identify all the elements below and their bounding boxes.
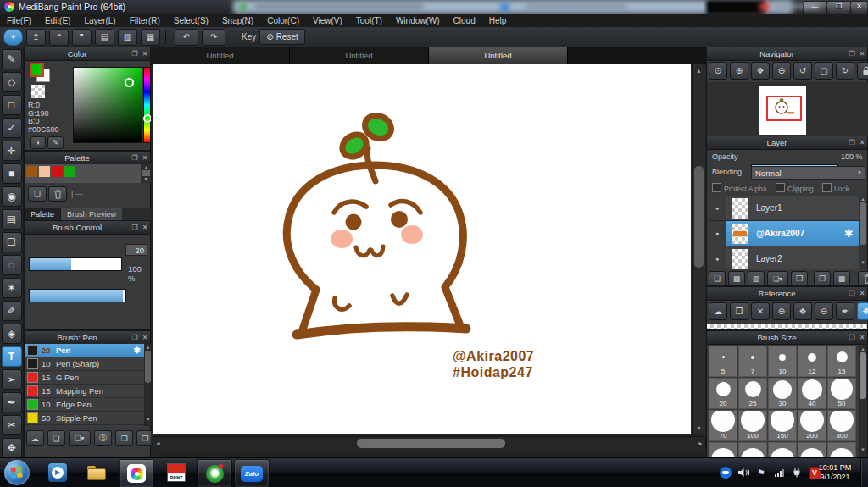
canvas-vscrollbar[interactable]: ▲ ▼ xyxy=(692,64,705,434)
eraser-tool-icon[interactable]: ◇ xyxy=(2,72,22,92)
lock-icon[interactable] xyxy=(857,62,868,80)
blending-dropdown[interactable]: Normal ▼ xyxy=(751,166,865,180)
brush-size-option[interactable]: 40 xyxy=(798,378,826,409)
duplicate-layer-icon[interactable]: ❐ xyxy=(814,271,831,286)
popout-icon[interactable]: ❐ xyxy=(847,139,857,147)
hue-bar[interactable] xyxy=(143,67,151,143)
reference-zoom-in-icon[interactable]: ⊕ xyxy=(772,302,791,320)
zoom-out-icon[interactable]: ⊖ xyxy=(772,62,791,80)
palette-swatch[interactable] xyxy=(26,166,37,177)
popout-icon[interactable]: ❐ xyxy=(130,50,140,58)
delete-palette-color-icon[interactable] xyxy=(48,186,67,202)
brush-size-option[interactable]: 300 xyxy=(827,410,856,441)
rotate-left-icon[interactable]: ↺ xyxy=(793,62,812,80)
clipping-checkbox[interactable]: Clipping xyxy=(776,185,814,193)
brush-size-option[interactable]: 200 xyxy=(798,410,826,441)
cloud-paint-icon[interactable]: ✦ xyxy=(3,29,23,46)
taskbar-jumppaint-button[interactable]: PAINT xyxy=(159,459,193,486)
brush-size-option[interactable]: 70 xyxy=(709,410,737,441)
brush-size-option[interactable] xyxy=(827,442,856,457)
taskbar-clock[interactable]: 10:01 PM 9/1/2021 xyxy=(814,463,856,482)
menu-view[interactable]: View(V) xyxy=(306,14,349,27)
divide-tool-icon[interactable]: ✂ xyxy=(2,415,22,435)
saturation-value-picker[interactable] xyxy=(73,67,142,143)
brush-size-option[interactable]: 150 xyxy=(768,410,797,441)
scroll-thumb[interactable] xyxy=(860,202,866,245)
brush-row-edge-pen[interactable]: 10 Edge Pen xyxy=(25,398,144,412)
brush-size-option[interactable]: 20 xyxy=(709,378,737,409)
canvas-hscrollbar[interactable]: ◄ ► xyxy=(153,436,706,451)
close-icon[interactable]: ✕ xyxy=(140,50,150,58)
gradient-tool-icon[interactable]: ▤ xyxy=(2,209,22,230)
brush-size-option[interactable] xyxy=(738,442,767,457)
figure-tool-icon[interactable]: □ xyxy=(2,95,22,115)
scroll-up-icon[interactable]: ▲ xyxy=(859,346,867,352)
add-brush-icon[interactable]: ❏▾ xyxy=(69,430,91,446)
bucket-tool-icon[interactable]: ◉ xyxy=(2,186,22,207)
scroll-thumb[interactable] xyxy=(142,170,150,176)
brush-size-option[interactable]: 15 xyxy=(827,346,856,377)
reference-close-icon[interactable]: ✕ xyxy=(751,302,770,320)
menu-color[interactable]: Color(C) xyxy=(260,14,306,27)
redo-button[interactable]: ↷ xyxy=(202,29,225,46)
canvas[interactable]: @Akira2007 #Hoidap247 xyxy=(153,64,691,434)
close-icon[interactable]: ✕ xyxy=(140,334,150,341)
close-icon[interactable]: ✕ xyxy=(857,139,867,147)
tab-untitled-2[interactable]: Untitled xyxy=(290,47,429,64)
palette-swatch[interactable] xyxy=(64,166,75,177)
tray-zalo-icon[interactable] xyxy=(719,466,732,479)
palette-swatch[interactable] xyxy=(52,166,63,177)
scroll-up-icon[interactable]: ▲ xyxy=(859,196,867,202)
popout-icon[interactable]: ❐ xyxy=(130,224,140,231)
reference-fit-icon[interactable]: ❖ xyxy=(793,302,812,320)
popout-icon[interactable]: ❐ xyxy=(847,50,857,58)
tray-network-icon[interactable] xyxy=(772,466,786,479)
layer-visible-icon[interactable]: ● xyxy=(709,221,726,246)
taskbar-coccoc-button[interactable] xyxy=(197,459,232,487)
brush-size-slider[interactable] xyxy=(29,257,122,271)
add-layer-icon[interactable]: ❏▾ xyxy=(767,271,788,286)
reference-zoom-out-icon[interactable]: ⊖ xyxy=(815,302,833,320)
select-pen-tool-icon[interactable]: ✐ xyxy=(2,301,22,321)
brush-tool-icon[interactable]: ✎ xyxy=(2,49,22,69)
brush-row-pen[interactable]: 20 Pen ✱ xyxy=(25,344,144,357)
zoom-in-icon[interactable]: ⊕ xyxy=(730,62,748,80)
curve-tool-icon[interactable]: ✓ xyxy=(2,118,22,138)
brush-size-option[interactable]: 100 xyxy=(738,410,767,441)
fit-screen-icon[interactable]: ❖ xyxy=(751,62,770,80)
layer-scrollbar[interactable]: ▲ ▼ xyxy=(859,196,867,269)
menu-tool[interactable]: Tool(T) xyxy=(349,14,389,27)
scroll-thumb[interactable] xyxy=(145,351,151,383)
close-icon[interactable]: ✕ xyxy=(140,224,150,231)
text-tool-icon[interactable]: T xyxy=(2,346,22,367)
history-icon[interactable]: ▥ xyxy=(118,29,137,46)
scroll-thumb[interactable] xyxy=(357,439,505,448)
brush-row-stipple-pen[interactable]: 50 Stipple Pen xyxy=(25,412,144,425)
delete-layer-icon[interactable] xyxy=(858,271,868,286)
lasso-tool-icon[interactable]: ◌ xyxy=(2,255,22,275)
tab-untitled-1[interactable]: Untitled xyxy=(151,47,290,64)
new-brush-icon[interactable]: ❏ xyxy=(47,430,65,446)
tray-speaker-icon[interactable] xyxy=(737,466,750,479)
new-layer-icon[interactable]: ❏ xyxy=(709,271,726,286)
navigator-viewport-rect[interactable] xyxy=(766,96,802,121)
rotate-right-icon[interactable]: ↻ xyxy=(836,62,854,80)
reference-hand-icon[interactable]: ✥ xyxy=(857,302,868,320)
brush-opacity-slider[interactable] xyxy=(29,289,126,302)
brush-folder-icon[interactable]: ❒ xyxy=(115,430,133,446)
move-tool-icon[interactable]: ✛ xyxy=(2,141,22,161)
layer-row-layer1[interactable]: ● Layer1 xyxy=(709,196,859,221)
popout-icon[interactable]: ❐ xyxy=(130,154,140,162)
close-icon[interactable]: ✕ xyxy=(857,50,867,58)
menu-edit[interactable]: Edit(E) xyxy=(38,14,78,27)
chat-icon[interactable]: ❞ xyxy=(72,29,92,46)
reset-rotation-icon[interactable]: ▢ xyxy=(815,62,833,80)
zoom-reset-icon[interactable]: ⊙ xyxy=(709,62,727,80)
brush-size-option[interactable]: 25 xyxy=(738,378,767,409)
popout-icon[interactable]: ❐ xyxy=(847,290,857,297)
reference-cloud-icon[interactable]: ☁ xyxy=(709,302,727,320)
foreground-color-swatch[interactable] xyxy=(30,63,44,77)
taskbar-explorer-button[interactable] xyxy=(80,459,114,486)
brush-size-value[interactable]: 20 xyxy=(125,244,147,256)
material-icon[interactable]: ▦ xyxy=(141,29,160,46)
